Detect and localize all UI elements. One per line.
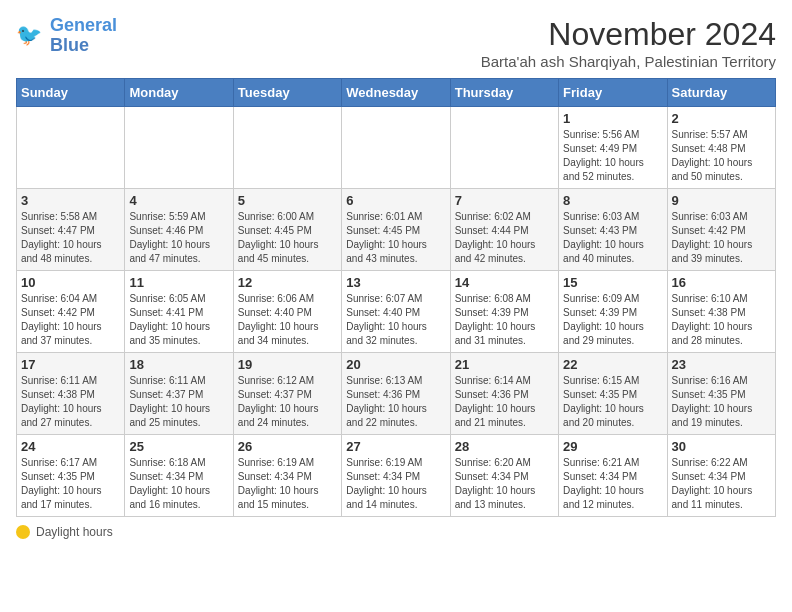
weekday-header-monday: Monday [125,79,233,107]
day-info: Sunrise: 6:01 AM Sunset: 4:45 PM Dayligh… [346,210,445,266]
calendar-cell: 22Sunrise: 6:15 AM Sunset: 4:35 PM Dayli… [559,353,667,435]
day-number: 3 [21,193,120,208]
calendar-cell [342,107,450,189]
calendar-cell: 17Sunrise: 6:11 AM Sunset: 4:38 PM Dayli… [17,353,125,435]
calendar-cell: 14Sunrise: 6:08 AM Sunset: 4:39 PM Dayli… [450,271,558,353]
calendar-cell: 11Sunrise: 6:05 AM Sunset: 4:41 PM Dayli… [125,271,233,353]
calendar-cell: 16Sunrise: 6:10 AM Sunset: 4:38 PM Dayli… [667,271,775,353]
calendar-cell: 25Sunrise: 6:18 AM Sunset: 4:34 PM Dayli… [125,435,233,517]
day-info: Sunrise: 6:07 AM Sunset: 4:40 PM Dayligh… [346,292,445,348]
header: 🐦 General Blue November 2024 Barta'ah as… [16,16,776,70]
calendar-cell: 7Sunrise: 6:02 AM Sunset: 4:44 PM Daylig… [450,189,558,271]
day-info: Sunrise: 5:57 AM Sunset: 4:48 PM Dayligh… [672,128,771,184]
day-number: 24 [21,439,120,454]
logo-bird-icon: 🐦 [16,21,46,51]
day-info: Sunrise: 6:16 AM Sunset: 4:35 PM Dayligh… [672,374,771,430]
calendar-cell: 24Sunrise: 6:17 AM Sunset: 4:35 PM Dayli… [17,435,125,517]
weekday-header-tuesday: Tuesday [233,79,341,107]
day-number: 26 [238,439,337,454]
calendar-cell [125,107,233,189]
day-number: 11 [129,275,228,290]
calendar-cell: 23Sunrise: 6:16 AM Sunset: 4:35 PM Dayli… [667,353,775,435]
calendar-cell: 28Sunrise: 6:20 AM Sunset: 4:34 PM Dayli… [450,435,558,517]
calendar-week-row: 1Sunrise: 5:56 AM Sunset: 4:49 PM Daylig… [17,107,776,189]
calendar-cell: 29Sunrise: 6:21 AM Sunset: 4:34 PM Dayli… [559,435,667,517]
calendar-cell: 3Sunrise: 5:58 AM Sunset: 4:47 PM Daylig… [17,189,125,271]
calendar-cell: 18Sunrise: 6:11 AM Sunset: 4:37 PM Dayli… [125,353,233,435]
day-number: 27 [346,439,445,454]
logo: 🐦 General Blue [16,16,117,56]
calendar-cell: 30Sunrise: 6:22 AM Sunset: 4:34 PM Dayli… [667,435,775,517]
day-info: Sunrise: 6:05 AM Sunset: 4:41 PM Dayligh… [129,292,228,348]
day-number: 9 [672,193,771,208]
calendar-cell: 10Sunrise: 6:04 AM Sunset: 4:42 PM Dayli… [17,271,125,353]
day-number: 4 [129,193,228,208]
page-container: 🐦 General Blue November 2024 Barta'ah as… [16,16,776,539]
calendar-cell: 20Sunrise: 6:13 AM Sunset: 4:36 PM Dayli… [342,353,450,435]
day-info: Sunrise: 5:59 AM Sunset: 4:46 PM Dayligh… [129,210,228,266]
day-info: Sunrise: 6:19 AM Sunset: 4:34 PM Dayligh… [238,456,337,512]
weekday-header-saturday: Saturday [667,79,775,107]
day-number: 30 [672,439,771,454]
legend-text: Daylight hours [36,525,113,539]
day-number: 8 [563,193,662,208]
day-number: 1 [563,111,662,126]
calendar-cell: 27Sunrise: 6:19 AM Sunset: 4:34 PM Dayli… [342,435,450,517]
day-info: Sunrise: 6:22 AM Sunset: 4:34 PM Dayligh… [672,456,771,512]
calendar-table: SundayMondayTuesdayWednesdayThursdayFrid… [16,78,776,517]
calendar-week-row: 17Sunrise: 6:11 AM Sunset: 4:38 PM Dayli… [17,353,776,435]
day-info: Sunrise: 6:17 AM Sunset: 4:35 PM Dayligh… [21,456,120,512]
logo-text: General Blue [50,16,117,56]
calendar-cell: 19Sunrise: 6:12 AM Sunset: 4:37 PM Dayli… [233,353,341,435]
calendar-cell: 4Sunrise: 5:59 AM Sunset: 4:46 PM Daylig… [125,189,233,271]
day-number: 21 [455,357,554,372]
day-number: 29 [563,439,662,454]
calendar-cell [450,107,558,189]
calendar-cell: 12Sunrise: 6:06 AM Sunset: 4:40 PM Dayli… [233,271,341,353]
day-number: 28 [455,439,554,454]
day-info: Sunrise: 6:20 AM Sunset: 4:34 PM Dayligh… [455,456,554,512]
day-info: Sunrise: 6:10 AM Sunset: 4:38 PM Dayligh… [672,292,771,348]
day-info: Sunrise: 6:21 AM Sunset: 4:34 PM Dayligh… [563,456,662,512]
calendar-header-row: SundayMondayTuesdayWednesdayThursdayFrid… [17,79,776,107]
calendar-cell [17,107,125,189]
day-info: Sunrise: 6:08 AM Sunset: 4:39 PM Dayligh… [455,292,554,348]
legend: Daylight hours [16,525,776,539]
day-info: Sunrise: 6:04 AM Sunset: 4:42 PM Dayligh… [21,292,120,348]
day-info: Sunrise: 6:11 AM Sunset: 4:38 PM Dayligh… [21,374,120,430]
weekday-header-sunday: Sunday [17,79,125,107]
calendar-week-row: 24Sunrise: 6:17 AM Sunset: 4:35 PM Dayli… [17,435,776,517]
calendar-week-row: 3Sunrise: 5:58 AM Sunset: 4:47 PM Daylig… [17,189,776,271]
calendar-cell: 1Sunrise: 5:56 AM Sunset: 4:49 PM Daylig… [559,107,667,189]
day-info: Sunrise: 6:02 AM Sunset: 4:44 PM Dayligh… [455,210,554,266]
weekday-header-wednesday: Wednesday [342,79,450,107]
day-info: Sunrise: 6:03 AM Sunset: 4:42 PM Dayligh… [672,210,771,266]
day-info: Sunrise: 6:15 AM Sunset: 4:35 PM Dayligh… [563,374,662,430]
day-info: Sunrise: 6:14 AM Sunset: 4:36 PM Dayligh… [455,374,554,430]
calendar-cell: 21Sunrise: 6:14 AM Sunset: 4:36 PM Dayli… [450,353,558,435]
day-number: 15 [563,275,662,290]
day-info: Sunrise: 6:13 AM Sunset: 4:36 PM Dayligh… [346,374,445,430]
calendar-cell: 15Sunrise: 6:09 AM Sunset: 4:39 PM Dayli… [559,271,667,353]
day-info: Sunrise: 6:18 AM Sunset: 4:34 PM Dayligh… [129,456,228,512]
day-info: Sunrise: 6:19 AM Sunset: 4:34 PM Dayligh… [346,456,445,512]
day-info: Sunrise: 6:00 AM Sunset: 4:45 PM Dayligh… [238,210,337,266]
day-number: 2 [672,111,771,126]
calendar-cell: 2Sunrise: 5:57 AM Sunset: 4:48 PM Daylig… [667,107,775,189]
day-number: 22 [563,357,662,372]
svg-text:🐦: 🐦 [16,22,43,48]
calendar-cell: 5Sunrise: 6:00 AM Sunset: 4:45 PM Daylig… [233,189,341,271]
day-number: 14 [455,275,554,290]
calendar-cell: 13Sunrise: 6:07 AM Sunset: 4:40 PM Dayli… [342,271,450,353]
day-number: 5 [238,193,337,208]
weekday-header-thursday: Thursday [450,79,558,107]
title-block: November 2024 Barta'ah ash Sharqiyah, Pa… [481,16,776,70]
day-number: 20 [346,357,445,372]
day-number: 19 [238,357,337,372]
calendar-cell [233,107,341,189]
day-info: Sunrise: 6:09 AM Sunset: 4:39 PM Dayligh… [563,292,662,348]
month-title: November 2024 [481,16,776,53]
weekday-header-friday: Friday [559,79,667,107]
day-number: 12 [238,275,337,290]
day-info: Sunrise: 6:06 AM Sunset: 4:40 PM Dayligh… [238,292,337,348]
